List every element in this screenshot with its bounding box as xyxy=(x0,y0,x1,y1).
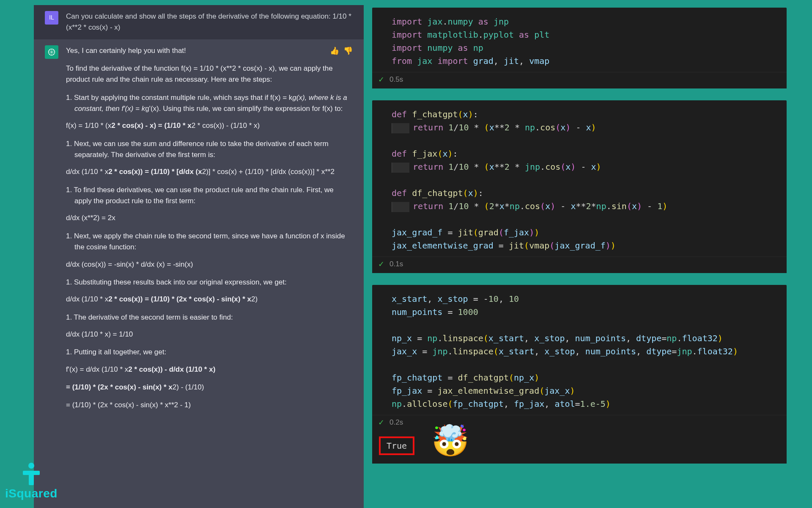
notebook-panel: import jax.numpy as jnp import matplotli… xyxy=(372,5,787,508)
eq-7b: = (1/10) * (2x * cos(x) - sin(x) * x2) -… xyxy=(66,382,353,393)
cell-1-time: 0.5s xyxy=(390,75,403,84)
eq-4: d/dx (cos(x)) = -sin(x) * d/dx (x) = -si… xyxy=(66,259,353,270)
eq-7c: = (1/10) * (2x * cos(x) - sin(x) * x**2 … xyxy=(66,400,353,411)
step-list: Start by applying the constant multiple … xyxy=(66,92,353,115)
check-icon: ✓ xyxy=(378,418,384,427)
code-block-2: def f_chatgpt(x): return 1/10 * (x**2 * … xyxy=(372,100,787,257)
cell-2-status: ✓ 0.1s xyxy=(372,257,787,273)
code-cell-1[interactable]: import jax.numpy as jnp import matplotli… xyxy=(372,8,787,88)
eq-6: d/dx (1/10 * x) = 1/10 xyxy=(66,329,353,340)
user-avatar: IL xyxy=(45,11,58,25)
step-2: Next, we can use the sum and difference … xyxy=(74,138,353,161)
assistant-body: Yes, I can certainly help you with that!… xyxy=(66,45,353,502)
eq-3: d/dx (x**2) = 2x xyxy=(66,213,353,224)
thumbs-down-icon[interactable]: 👎 xyxy=(343,45,353,57)
assistant-lead: To find the derivative of the function f… xyxy=(66,63,353,86)
assistant-message: 👍 👎 Yes, I can certainly help you with t… xyxy=(34,39,364,508)
watermark-text: iSquared xyxy=(5,487,58,500)
step-4: Next, we apply the chain rule to the sec… xyxy=(74,231,353,253)
check-icon: ✓ xyxy=(378,75,384,84)
isquared-icon xyxy=(19,462,44,486)
assistant-avatar xyxy=(45,45,58,59)
chat-panel: IL Can you calculate and show all the st… xyxy=(34,5,364,508)
cell-1-status: ✓ 0.5s xyxy=(372,72,787,88)
svg-rect-3 xyxy=(29,471,34,485)
check-icon: ✓ xyxy=(378,260,384,269)
cell-2-time: 0.1s xyxy=(390,260,403,268)
assistant-intro: Yes, I can certainly help you with that! xyxy=(66,45,353,56)
step-7: Putting it all together, we get: xyxy=(74,347,353,358)
eq-2: d/dx (1/10 * x2 * cos(x)) = (1/10) * [d/… xyxy=(66,166,353,177)
user-message: IL Can you calculate and show all the st… xyxy=(34,5,364,39)
watermark: iSquared xyxy=(5,462,58,500)
output-value: True xyxy=(379,436,414,455)
reaction-bar: 👍 👎 xyxy=(330,45,353,57)
code-cell-3[interactable]: x_start, x_stop = -10, 10 num_points = 1… xyxy=(372,285,787,464)
mind-blown-icon: 🤯 xyxy=(431,425,469,456)
step-3: To find these derivatives, we can use th… xyxy=(74,185,353,207)
svg-point-1 xyxy=(28,463,34,469)
eq-5: d/dx (1/10 * x2 * cos(x)) = (1/10) * (2x… xyxy=(66,294,353,305)
cell-3-output: True 🤯 xyxy=(372,431,787,464)
code-block-1: import jax.numpy as jnp import matplotli… xyxy=(372,8,787,72)
code-block-3: x_start, x_stop = -10, 10 num_points = 1… xyxy=(372,285,787,415)
eq-7a: f'(x) = d/dx (1/10 * x2 * cos(x)) - d/dx… xyxy=(66,364,353,375)
step-6: The derivative of the second term is eas… xyxy=(74,312,353,323)
openai-icon xyxy=(47,48,56,56)
cell-3-time: 0.2s xyxy=(390,418,403,427)
step-1: Start by applying the constant multiple … xyxy=(74,92,353,115)
thumbs-up-icon[interactable]: 👍 xyxy=(330,45,339,57)
user-prompt-text: Can you calculate and show all the steps… xyxy=(66,11,353,33)
eq-1: f(x) = 1/10 * (x2 * cos(x) - x) = (1/10 … xyxy=(66,120,353,131)
step-5: Substituting these results back into our… xyxy=(74,277,353,288)
code-cell-2[interactable]: def f_chatgpt(x): return 1/10 * (x**2 * … xyxy=(372,100,787,273)
